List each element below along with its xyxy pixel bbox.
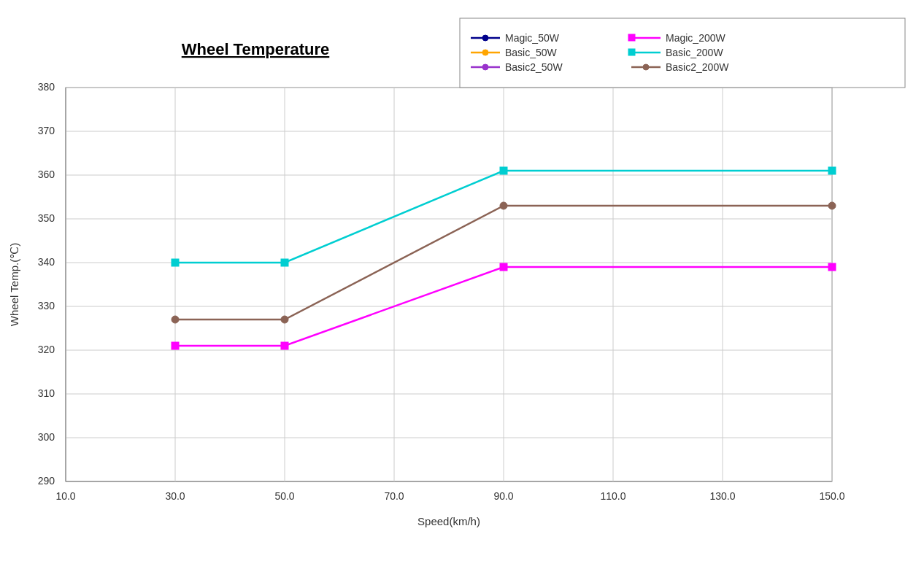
svg-rect-26 xyxy=(500,167,507,174)
svg-rect-20 xyxy=(172,342,179,349)
svg-rect-1 xyxy=(66,88,832,481)
x-label-90: 90.0 xyxy=(493,490,513,502)
legend-magic-50w: Magic_50W xyxy=(505,32,560,44)
y-label-370: 370 xyxy=(38,125,55,136)
x-label-10: 10.0 xyxy=(55,490,75,502)
y-label-360: 360 xyxy=(38,169,55,180)
svg-point-43 xyxy=(643,64,649,70)
x-label-110: 110.0 xyxy=(600,490,625,502)
y-label-380: 380 xyxy=(38,81,55,93)
x-axis-label: Speed(km/h) xyxy=(417,515,480,527)
svg-rect-22 xyxy=(500,263,507,271)
y-label-300: 300 xyxy=(38,431,55,443)
chart-container: 380 370 360 350 340 330 320 310 300 290 xyxy=(0,0,924,569)
y-label-320: 320 xyxy=(38,344,55,355)
svg-rect-21 xyxy=(281,342,288,349)
svg-point-33 xyxy=(482,35,488,41)
svg-point-41 xyxy=(482,64,488,70)
svg-rect-27 xyxy=(828,167,836,174)
svg-point-31 xyxy=(828,202,836,209)
y-axis-label: Wheel Temp.(℃) xyxy=(8,243,20,326)
svg-rect-24 xyxy=(172,259,179,266)
y-label-310: 310 xyxy=(38,387,55,399)
x-label-30: 30.0 xyxy=(165,490,185,502)
legend-basic-50w: Basic_50W xyxy=(505,47,558,58)
y-label-350: 350 xyxy=(38,212,55,224)
legend-basic2-200w: Basic2_200W xyxy=(666,61,729,73)
svg-point-29 xyxy=(281,316,288,323)
legend-basic-200w: Basic_200W xyxy=(666,47,723,58)
svg-rect-35 xyxy=(628,34,635,41)
svg-point-37 xyxy=(482,50,488,55)
y-label-330: 330 xyxy=(38,300,55,311)
svg-rect-39 xyxy=(628,49,635,55)
y-label-290: 290 xyxy=(38,475,55,487)
x-label-50: 50.0 xyxy=(274,490,294,502)
svg-point-28 xyxy=(172,316,179,323)
svg-point-30 xyxy=(500,202,507,209)
svg-rect-25 xyxy=(281,259,288,266)
svg-rect-23 xyxy=(828,263,836,271)
chart-title: Wheel Temperature xyxy=(182,40,330,58)
y-label-340: 340 xyxy=(38,256,55,268)
chart-svg: 380 370 360 350 340 330 320 310 300 290 xyxy=(0,0,924,569)
x-label-130: 130.0 xyxy=(709,490,735,502)
x-label-70: 70.0 xyxy=(384,490,404,502)
x-label-150: 150.0 xyxy=(819,490,844,502)
legend-basic2-50w: Basic2_50W xyxy=(505,61,563,73)
legend-magic-200w: Magic_200W xyxy=(666,32,725,44)
